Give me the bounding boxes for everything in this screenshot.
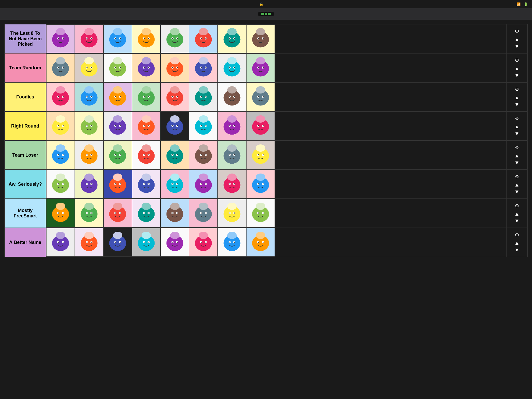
svg-point-287	[256, 174, 265, 181]
tier-item-3-7[interactable]	[218, 83, 246, 111]
tier-item-8-2[interactable]	[75, 228, 103, 257]
tier-item-2-1[interactable]	[46, 54, 75, 82]
svg-point-135	[229, 96, 230, 97]
tier-item-7-6[interactable]	[189, 199, 218, 228]
tier-item-5-8[interactable]	[246, 141, 275, 169]
svg-point-15	[115, 38, 116, 39]
tier-item-8-3[interactable]	[103, 228, 132, 257]
tab-buttons[interactable]	[258, 12, 274, 16]
tier-item-3-5[interactable]	[161, 83, 189, 111]
tier-item-2-5[interactable]	[161, 54, 189, 82]
svg-point-215	[142, 144, 151, 152]
tier-item-6-6[interactable]	[189, 170, 218, 198]
tier-item-8-1[interactable]	[46, 228, 75, 257]
tier-item-4-7[interactable]	[218, 112, 246, 140]
down-button-4[interactable]: ▼	[513, 130, 521, 137]
tier-item-3-2[interactable]	[75, 83, 103, 111]
tier-item-6-2[interactable]	[75, 170, 103, 198]
tier-item-7-3[interactable]	[103, 199, 132, 228]
tier-item-6-1[interactable]	[46, 170, 75, 198]
tier-item-8-8[interactable]	[246, 228, 275, 257]
tier-item-5-1[interactable]	[46, 141, 75, 169]
tier-item-4-3[interactable]	[103, 112, 132, 140]
up-button-7[interactable]: ▲	[513, 210, 521, 217]
tier-item-6-3[interactable]	[103, 170, 132, 198]
tier-item-6-5[interactable]	[161, 170, 189, 198]
gear-button-8[interactable]: ⚙	[513, 231, 521, 238]
up-button-8[interactable]: ▲	[513, 240, 521, 247]
tier-item-2-8[interactable]	[246, 54, 275, 82]
gear-button-2[interactable]: ⚙	[513, 57, 521, 64]
tier-item-1-3[interactable]	[103, 24, 132, 53]
tier-item-7-5[interactable]	[161, 199, 189, 228]
up-button-6[interactable]: ▲	[513, 181, 521, 188]
tier-item-3-4[interactable]	[132, 83, 161, 111]
tier-item-5-6[interactable]	[189, 141, 218, 169]
up-button-1[interactable]: ▲	[513, 36, 521, 43]
tier-item-4-6[interactable]	[189, 112, 218, 140]
up-button-2[interactable]: ▲	[513, 65, 521, 72]
tier-item-2-6[interactable]	[189, 54, 218, 82]
tier-item-1-5[interactable]	[161, 24, 189, 53]
tier-item-2-4[interactable]	[132, 54, 161, 82]
tier-item-5-7[interactable]	[218, 141, 246, 169]
tier-item-1-7[interactable]	[218, 24, 246, 53]
tier-item-3-8[interactable]	[246, 83, 275, 111]
svg-point-322	[205, 212, 207, 214]
arrow-group-4: ▲▼	[513, 123, 521, 137]
tier-item-4-8[interactable]	[246, 112, 275, 140]
tier-item-5-2[interactable]	[75, 141, 103, 169]
tier-item-7-7[interactable]	[218, 199, 246, 228]
svg-point-119	[142, 86, 151, 94]
tier-item-1-4[interactable]	[132, 24, 161, 53]
down-button-6[interactable]: ▼	[513, 188, 521, 195]
tier-item-8-6[interactable]	[189, 228, 218, 257]
gear-button-5[interactable]: ⚙	[513, 144, 521, 151]
tier-item-4-4[interactable]	[132, 112, 161, 140]
tier-item-7-8[interactable]	[246, 199, 275, 228]
svg-point-141	[258, 96, 259, 97]
tier-item-2-2[interactable]	[75, 54, 103, 82]
tier-item-4-1[interactable]	[46, 112, 75, 140]
down-button-1[interactable]: ▼	[513, 43, 521, 50]
tier-item-5-3[interactable]	[103, 141, 132, 169]
gear-button-3[interactable]: ⚙	[513, 86, 521, 93]
up-button-5[interactable]: ▲	[513, 152, 521, 159]
tier-item-2-7[interactable]	[218, 54, 246, 82]
tier-item-1-6[interactable]	[189, 24, 218, 53]
svg-point-214	[148, 154, 149, 155]
tier-item-5-5[interactable]	[161, 141, 189, 169]
tier-item-6-4[interactable]	[132, 170, 161, 198]
tier-item-3-3[interactable]	[103, 83, 132, 111]
tier-item-8-7[interactable]	[218, 228, 246, 257]
down-button-8[interactable]: ▼	[513, 247, 521, 254]
tier-item-4-2[interactable]	[75, 112, 103, 140]
up-button-4[interactable]: ▲	[513, 123, 521, 130]
down-button-3[interactable]: ▼	[513, 101, 521, 108]
up-button-3[interactable]: ▲	[513, 94, 521, 101]
tier-row-4: Right Round	[5, 112, 527, 141]
tier-item-8-5[interactable]	[161, 228, 189, 257]
tier-item-4-5[interactable]	[161, 112, 189, 140]
tier-item-7-2[interactable]	[75, 199, 103, 228]
gear-button-4[interactable]: ⚙	[513, 115, 521, 122]
tier-item-1-8[interactable]	[246, 24, 275, 53]
tier-item-6-8[interactable]	[246, 170, 275, 198]
gear-button-1[interactable]: ⚙	[513, 28, 521, 35]
tier-item-3-6[interactable]	[189, 83, 218, 111]
tier-item-7-1[interactable]	[46, 199, 75, 228]
tier-item-5-4[interactable]	[132, 141, 161, 169]
down-button-7[interactable]: ▼	[513, 217, 521, 224]
tier-item-8-4[interactable]	[132, 228, 161, 257]
down-button-5[interactable]: ▼	[513, 159, 521, 166]
tier-item-1-2[interactable]	[75, 24, 103, 53]
tier-item-7-4[interactable]	[132, 199, 161, 228]
tier-item-3-1[interactable]	[46, 83, 75, 111]
tier-item-1-1[interactable]	[46, 24, 75, 53]
tier-item-6-7[interactable]	[218, 170, 246, 198]
svg-point-263	[142, 174, 151, 181]
gear-button-7[interactable]: ⚙	[513, 202, 521, 209]
tier-item-2-3[interactable]	[103, 54, 132, 82]
down-button-2[interactable]: ▼	[513, 72, 521, 79]
gear-button-6[interactable]: ⚙	[513, 173, 521, 180]
